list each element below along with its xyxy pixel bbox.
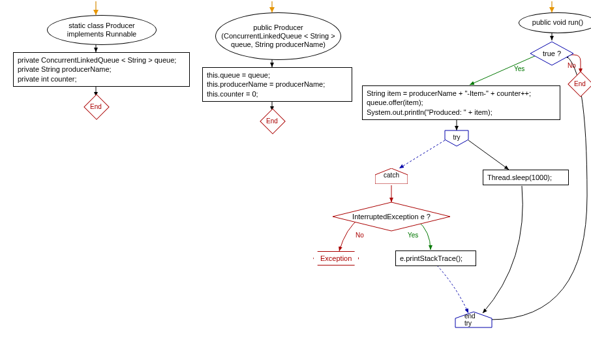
fc2-end-label: End [266, 117, 278, 125]
fc3-try-label: try [453, 134, 460, 141]
fc3-decision-exception: InterruptedException e ? [333, 202, 450, 231]
fc2-body-rect: this.queue = queue; this.producerName = … [202, 67, 352, 102]
fc3-start-label: public void run() [532, 18, 583, 27]
fc3-sleep-text: Thread.sleep(1000); [487, 174, 552, 181]
fc3-end1-terminal: End [571, 75, 588, 92]
fc3-start-terminal: public void run() [519, 12, 591, 33]
fc2-body-text: this.queue = queue; this.producerName = … [207, 71, 325, 98]
fc3-endtry-node: end try [455, 312, 492, 327]
fc3-produce-rect: String item = producerName + "-Item-" + … [362, 85, 560, 120]
fc1-end-label: End [90, 103, 102, 110]
fc3-printstack-rect: e.printStackTrace(); [395, 250, 476, 266]
fc3-exception-node: Exception [313, 251, 359, 265]
fc3-catch-node: catch [375, 168, 408, 183]
fc3-decision-exception-label: InterruptedException e ? [352, 213, 431, 220]
fc3-yes1-label: Yes [514, 65, 524, 72]
fc3-produce-text: String item = producerName + "-Item-" + … [367, 89, 531, 116]
fc2-start-label: public Producer (ConcurrentLinkedQueue <… [221, 23, 335, 50]
fc3-yes2-label: Yes [408, 232, 418, 239]
fc1-body-rect: private ConcurrentLinkedQueue < String >… [13, 52, 190, 87]
fc1-end-terminal: End [87, 98, 104, 115]
fc3-catch-label: catch [384, 171, 399, 178]
fc3-endtry-label: end try [464, 312, 483, 327]
fc3-end1-label: End [574, 80, 586, 87]
fc1-start-label: static class Producer implements Runnabl… [53, 22, 151, 38]
fc3-exception-label: Exception [320, 254, 352, 262]
fc3-decision-true-label: true ? [543, 50, 561, 57]
fc1-body-text: private ConcurrentLinkedQueue < String >… [18, 56, 176, 83]
fc3-sleep-rect: Thread.sleep(1000); [483, 170, 569, 185]
fc2-start-terminal: public Producer (ConcurrentLinkedQueue <… [215, 12, 341, 60]
fc3-no1-label: No [568, 62, 576, 69]
fc1-start-terminal: static class Producer implements Runnabl… [47, 15, 157, 45]
fc3-try-node: try [445, 130, 468, 146]
fc3-printstack-text: e.printStackTrace(); [400, 254, 462, 262]
fc3-no2-label: No [356, 232, 364, 239]
fc2-end-terminal: End [264, 112, 280, 129]
